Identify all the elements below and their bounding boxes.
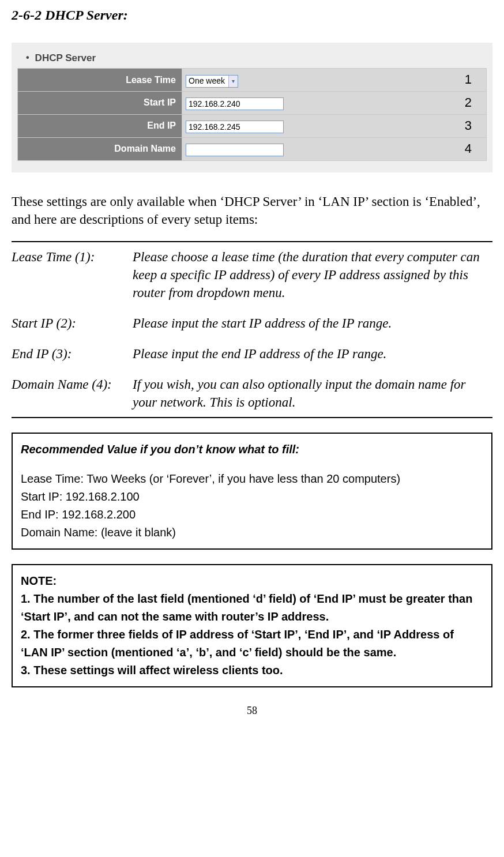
chevron-down-icon: ▾ bbox=[228, 76, 238, 87]
domain-name-input[interactable] bbox=[186, 144, 284, 156]
recommended-line: Lease Time: Two Weeks (or ‘Forever’, if … bbox=[21, 470, 483, 488]
desc-label-end-ip: End IP (3): bbox=[12, 345, 133, 363]
lease-time-value: One week bbox=[186, 76, 228, 87]
desc-row: Lease Time (1): Please choose a lease ti… bbox=[12, 248, 492, 302]
panel-header-text: DHCP Server bbox=[35, 51, 96, 65]
recommended-line: Start IP: 192.168.2.100 bbox=[21, 488, 483, 506]
note-box: NOTE: 1. The number of the last field (m… bbox=[12, 564, 492, 687]
desc-text-lease-time: Please choose a lease time (the duration… bbox=[133, 248, 492, 302]
desc-label-start-ip: Start IP (2): bbox=[12, 314, 133, 332]
row-domain-name: Domain Name 4 bbox=[18, 137, 487, 160]
recommended-line: Domain Name: (leave it blank) bbox=[21, 524, 483, 542]
cell-lease-time: One week ▾ 1 bbox=[182, 69, 487, 92]
cell-domain-name: 4 bbox=[182, 137, 487, 160]
panel-header: DHCP Server bbox=[26, 51, 487, 65]
desc-label-domain-name: Domain Name (4): bbox=[12, 375, 133, 411]
recommended-line: End IP: 192.168.2.200 bbox=[21, 506, 483, 524]
desc-text-end-ip: Please input the end IP address of the I… bbox=[133, 345, 492, 363]
recommended-box: Recommended Value if you don’t know what… bbox=[12, 433, 492, 550]
callout-1: 1 bbox=[465, 71, 472, 89]
descriptions-section: Lease Time (1): Please choose a lease ti… bbox=[12, 241, 492, 418]
note-line: 3. These settings will affect wireless c… bbox=[21, 661, 483, 679]
label-lease-time: Lease Time bbox=[18, 69, 182, 92]
page-number: 58 bbox=[12, 704, 492, 718]
note-line: 2. The former three fields of IP address… bbox=[21, 626, 483, 661]
note-line: 1. The number of the last field (mention… bbox=[21, 590, 483, 626]
label-end-ip: End IP bbox=[18, 114, 182, 137]
row-start-ip: Start IP 2 bbox=[18, 92, 487, 115]
desc-label-lease-time: Lease Time (1): bbox=[12, 248, 133, 302]
start-ip-input[interactable] bbox=[186, 97, 284, 110]
callout-3: 3 bbox=[465, 117, 472, 135]
dhcp-config-panel: DHCP Server Lease Time One week ▾ 1 Star… bbox=[12, 43, 492, 172]
cell-start-ip: 2 bbox=[182, 92, 487, 115]
recommended-title: Recommended Value if you don’t know what… bbox=[21, 441, 483, 458]
cell-end-ip: 3 bbox=[182, 114, 487, 137]
desc-text-start-ip: Please input the start IP address of the… bbox=[133, 314, 492, 332]
row-end-ip: End IP 3 bbox=[18, 114, 487, 137]
section-title: 2-6-2 DHCP Server: bbox=[12, 6, 492, 25]
end-ip-input[interactable] bbox=[186, 121, 284, 133]
row-lease-time: Lease Time One week ▾ 1 bbox=[18, 69, 487, 92]
lease-time-select[interactable]: One week ▾ bbox=[186, 75, 238, 88]
desc-row: Start IP (2): Please input the start IP … bbox=[12, 314, 492, 332]
label-start-ip: Start IP bbox=[18, 92, 182, 115]
callout-2: 2 bbox=[465, 94, 472, 112]
intro-text: These settings are only available when ‘… bbox=[12, 193, 492, 228]
config-table: Lease Time One week ▾ 1 Start IP 2 End I… bbox=[17, 68, 487, 160]
desc-row: Domain Name (4): If you wish, you can al… bbox=[12, 375, 492, 411]
desc-row: End IP (3): Please input the end IP addr… bbox=[12, 345, 492, 363]
desc-text-domain-name: If you wish, you can also optionally inp… bbox=[133, 375, 492, 411]
note-title: NOTE: bbox=[21, 572, 483, 590]
label-domain-name: Domain Name bbox=[18, 137, 182, 160]
callout-4: 4 bbox=[465, 140, 472, 158]
